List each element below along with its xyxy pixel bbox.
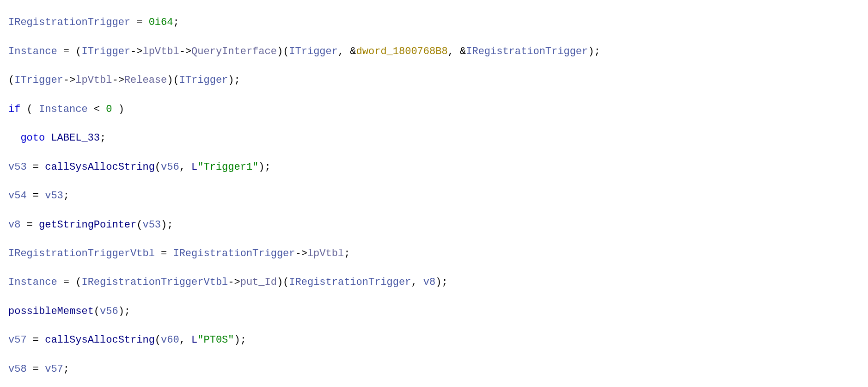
identifier: v57 xyxy=(8,334,27,346)
decompiler-code-view[interactable]: IRegistrationTrigger = 0i64; Instance = … xyxy=(0,0,868,387)
member: lpVtbl xyxy=(142,46,179,57)
operator: ); xyxy=(161,219,173,231)
operator: ( xyxy=(155,334,161,346)
number-literal: 0 xyxy=(106,104,112,115)
identifier: IRegistrationTrigger xyxy=(173,248,295,259)
operator: )( xyxy=(277,276,289,288)
operator: ); xyxy=(588,46,600,57)
operator: ; xyxy=(173,17,179,28)
operator: ); xyxy=(435,276,447,288)
function-call: callSysAllocString xyxy=(45,334,155,346)
member: Release xyxy=(124,74,167,86)
keyword-if: if xyxy=(8,104,20,115)
identifier: ITrigger xyxy=(81,46,130,57)
wide-string-prefix: L xyxy=(191,334,197,346)
identifier: IRegistrationTriggerVtbl xyxy=(8,248,155,259)
operator: -> xyxy=(228,276,240,288)
member: QueryInterface xyxy=(191,46,277,57)
operator: ; xyxy=(100,132,106,144)
operator: -> xyxy=(130,46,142,57)
space xyxy=(45,132,51,144)
operator: ); xyxy=(118,306,130,317)
operator: = xyxy=(27,334,45,346)
identifier: Instance xyxy=(8,46,57,57)
code-line: (ITrigger->lpVtbl->Release)(ITrigger); xyxy=(8,73,864,87)
operator: = ( xyxy=(57,276,82,288)
number-literal: 0i64 xyxy=(149,17,173,28)
operator: = xyxy=(20,219,39,231)
operator: = xyxy=(130,17,149,28)
identifier: Instance xyxy=(39,104,88,115)
identifier: ITrigger xyxy=(289,46,338,57)
identifier: ITrigger xyxy=(14,74,63,86)
identifier: v57 xyxy=(45,363,63,375)
operator: = xyxy=(27,363,45,375)
operator: ; xyxy=(344,248,350,259)
identifier: IRegistrationTrigger xyxy=(8,17,130,28)
operator: ( xyxy=(136,219,142,231)
code-line: IRegistrationTrigger = 0i64; xyxy=(8,15,864,30)
operator: , xyxy=(179,161,191,173)
member: lpVtbl xyxy=(75,74,112,86)
operator: , & xyxy=(338,46,356,57)
identifier: v56 xyxy=(100,306,118,317)
string-literal: "PT0S" xyxy=(197,334,234,346)
operator: < xyxy=(88,104,106,115)
function-call: getStringPointer xyxy=(39,219,136,231)
identifier: v58 xyxy=(8,363,27,375)
operator: ); xyxy=(234,334,246,346)
operator: , xyxy=(179,334,191,346)
identifier: IRegistrationTriggerVtbl xyxy=(81,276,228,288)
identifier: v8 xyxy=(423,276,435,288)
function-call: possibleMemset xyxy=(8,306,94,317)
member: put_Id xyxy=(240,276,277,288)
operator: ( xyxy=(155,161,161,173)
operator: ) xyxy=(112,104,124,115)
code-line: Instance = (IRegistrationTriggerVtbl->pu… xyxy=(8,275,864,289)
code-line: v57 = callSysAllocString(v60, L"PT0S"); xyxy=(8,333,864,347)
identifier: v53 xyxy=(8,161,27,173)
identifier: v8 xyxy=(8,219,20,231)
operator: = xyxy=(27,161,45,173)
member: lpVtbl xyxy=(307,248,344,259)
identifier: v54 xyxy=(8,190,27,202)
identifier: IRegistrationTrigger xyxy=(289,276,411,288)
operator: ; xyxy=(63,363,69,375)
operator: , & xyxy=(448,46,466,57)
function-call: callSysAllocString xyxy=(45,161,155,173)
operator: = ( xyxy=(57,46,82,57)
operator: -> xyxy=(63,74,75,86)
string-literal: "Trigger1" xyxy=(197,161,258,173)
global-symbol: dword_1800768B8 xyxy=(356,46,448,57)
label: LABEL_33 xyxy=(51,132,100,144)
identifier: v53 xyxy=(45,190,63,202)
code-line: goto LABEL_33; xyxy=(8,131,864,145)
operator: ( xyxy=(8,74,14,86)
code-line: Instance = (ITrigger->lpVtbl->QueryInter… xyxy=(8,44,864,59)
operator: , xyxy=(411,276,423,288)
identifier: ITrigger xyxy=(179,74,228,86)
code-line: v53 = callSysAllocString(v56, L"Trigger1… xyxy=(8,160,864,174)
identifier: Instance xyxy=(8,276,57,288)
operator: )( xyxy=(277,46,289,57)
code-line: if ( Instance < 0 ) xyxy=(8,102,864,117)
code-line: v8 = getStringPointer(v53); xyxy=(8,218,864,232)
operator: ( xyxy=(94,306,100,317)
operator: )( xyxy=(167,74,179,86)
operator: ); xyxy=(258,161,270,173)
identifier: IRegistrationTrigger xyxy=(466,46,588,57)
operator: -> xyxy=(295,248,307,259)
operator: ); xyxy=(228,74,240,86)
code-line: v54 = v53; xyxy=(8,189,864,203)
operator: = xyxy=(155,248,173,259)
operator: -> xyxy=(112,74,124,86)
identifier: v53 xyxy=(142,219,161,231)
code-line: IRegistrationTriggerVtbl = IRegistration… xyxy=(8,246,864,261)
operator: -> xyxy=(179,46,191,57)
code-line: v58 = v57; xyxy=(8,362,864,376)
identifier: v56 xyxy=(161,161,179,173)
code-line: possibleMemset(v56); xyxy=(8,304,864,319)
operator: ( xyxy=(20,104,39,115)
operator: = xyxy=(27,190,45,202)
wide-string-prefix: L xyxy=(191,161,197,173)
